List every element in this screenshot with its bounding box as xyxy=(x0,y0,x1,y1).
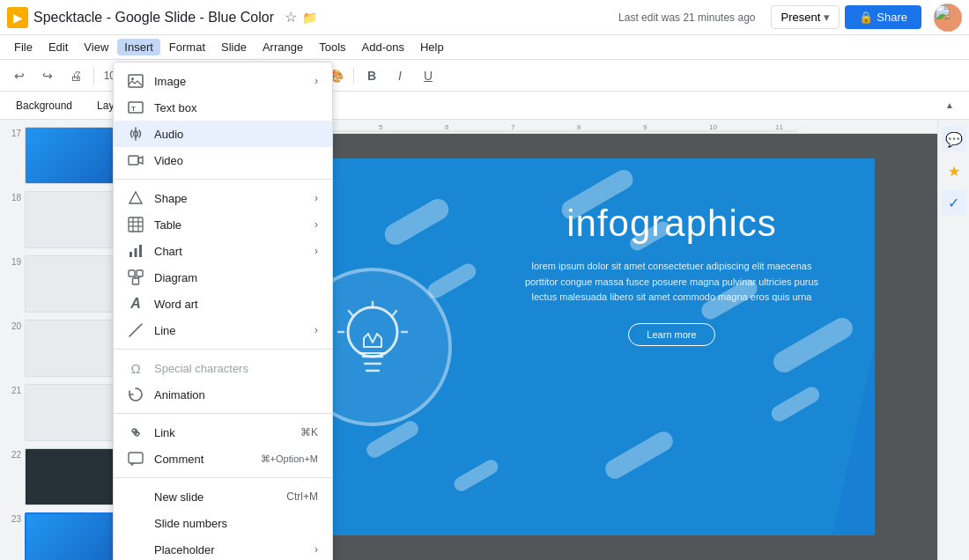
slide-item-18[interactable]: 18 xyxy=(0,188,127,252)
slide-number: 17 xyxy=(5,127,21,138)
menu-view[interactable]: View xyxy=(77,39,115,55)
avatar[interactable] xyxy=(934,4,962,32)
slide-number: 21 xyxy=(5,384,21,395)
italic-button[interactable]: I xyxy=(388,63,412,88)
menu-arrange[interactable]: Arrange xyxy=(255,39,310,55)
slide-number: 18 xyxy=(5,191,21,203)
menu-section-3: Ω Special characters Animation xyxy=(114,353,332,409)
slide-item-21[interactable]: 21 xyxy=(0,380,127,445)
app-icon: ▶ xyxy=(7,7,28,28)
menu-item-image-label: Image xyxy=(154,75,304,88)
menu-insert[interactable]: Insert xyxy=(117,39,160,55)
share-label: Share xyxy=(877,11,907,24)
slide-thumbnail xyxy=(25,255,122,313)
svg-text:7: 7 xyxy=(511,123,515,131)
shape-pill-10 xyxy=(768,384,822,424)
check-icon[interactable]: ✓ xyxy=(942,190,966,215)
menu-item-diagram[interactable]: Diagram xyxy=(114,264,332,291)
newslide-menu-icon xyxy=(128,489,144,505)
share-button[interactable]: 🔒 Share xyxy=(845,5,921,29)
menu-item-link[interactable]: Link ⌘K xyxy=(114,419,332,446)
underline-button[interactable]: U xyxy=(416,63,440,88)
menu-edit[interactable]: Edit xyxy=(41,39,75,55)
menu-divider-2 xyxy=(114,349,332,350)
menu-file[interactable]: File xyxy=(7,39,40,55)
menu-item-slidenumbers[interactable]: Slide numbers xyxy=(114,510,332,536)
slide-title: infographics xyxy=(496,203,848,245)
comment-menu-icon xyxy=(128,451,144,467)
menu-format[interactable]: Format xyxy=(162,39,212,55)
menu-item-newslide[interactable]: New slide Ctrl+M xyxy=(114,483,332,510)
menu-item-line[interactable]: Line › xyxy=(114,317,332,343)
link-menu-icon xyxy=(128,424,144,440)
menu-item-audio-label: Audio xyxy=(154,128,318,141)
menu-item-comment[interactable]: Comment ⌘+Option+M xyxy=(114,446,332,472)
slide-item-20[interactable]: 20 xyxy=(0,316,127,380)
slide-number: 23 xyxy=(5,512,21,524)
menu-item-audio[interactable]: Audio xyxy=(114,121,332,147)
redo-button[interactable]: ↪ xyxy=(35,63,60,88)
slide-item-23[interactable]: 23 xyxy=(0,509,127,560)
slide-thumbnail xyxy=(25,320,122,377)
title-bar: ▶ Specktacle - Google Slide - Blue Color… xyxy=(0,0,969,35)
menu-section-5: New slide Ctrl+M Slide numbers Placehold… xyxy=(114,482,332,560)
menu-item-shape-label: Shape xyxy=(154,192,304,205)
menu-item-placeholder-arrow: › xyxy=(314,543,318,556)
svg-point-24 xyxy=(131,77,134,80)
svg-marker-29 xyxy=(129,192,142,203)
bold-button[interactable]: B xyxy=(359,63,384,88)
menu-item-video[interactable]: Video xyxy=(114,147,332,173)
menu-item-shape[interactable]: Shape › xyxy=(114,185,332,211)
line-menu-icon xyxy=(128,322,144,338)
menu-item-textbox[interactable]: T Text box xyxy=(114,94,332,121)
svg-rect-23 xyxy=(129,75,143,87)
menu-item-wordart[interactable]: A Word art xyxy=(114,291,332,317)
slide-item-17[interactable]: 17 xyxy=(0,123,127,188)
menu-item-table-arrow: › xyxy=(314,218,318,231)
slidenumbers-menu-icon xyxy=(128,515,144,531)
slide-thumbnail xyxy=(25,191,122,248)
menu-item-placeholder-label: Placeholder xyxy=(154,543,304,556)
present-drop-icon[interactable]: ▾ xyxy=(824,11,830,24)
shape-pill-1 xyxy=(381,195,452,249)
slide-item-22[interactable]: 22 xyxy=(0,445,127,509)
menu-item-image[interactable]: Image › xyxy=(114,68,332,94)
slide-body: lorem ipsum dolor sit amet consectetuer … xyxy=(496,259,848,306)
menu-addons[interactable]: Add-ons xyxy=(355,39,411,55)
menu-item-animation[interactable]: Animation xyxy=(114,381,332,408)
menu-divider-4 xyxy=(114,477,332,478)
menu-item-link-label: Link xyxy=(154,426,290,439)
undo-button[interactable]: ↩ xyxy=(7,63,32,88)
slide-content-area: infographics lorem ipsum dolor sit amet … xyxy=(496,203,848,346)
comments-icon[interactable]: 💬 xyxy=(942,127,966,151)
slide-item-19[interactable]: 19 xyxy=(0,252,127,316)
toolbar-sep-4 xyxy=(353,67,354,85)
svg-text:6: 6 xyxy=(445,123,449,131)
menu-item-slidenumbers-label: Slide numbers xyxy=(154,517,318,530)
folder-icon[interactable]: 📁 xyxy=(302,11,317,25)
menu-item-chart-arrow: › xyxy=(314,245,318,257)
svg-line-17 xyxy=(349,311,352,315)
menu-item-newslide-shortcut: Ctrl+M xyxy=(286,490,318,503)
present-button[interactable]: Present ▾ xyxy=(771,5,840,29)
svg-rect-37 xyxy=(139,245,142,257)
svg-text:9: 9 xyxy=(643,123,647,131)
svg-rect-39 xyxy=(137,270,143,276)
print-button[interactable]: 🖨 xyxy=(63,63,88,88)
collapse-toolbar-button[interactable]: ▲ xyxy=(937,93,962,118)
menu-item-chart[interactable]: Chart › xyxy=(114,238,332,264)
menu-slide[interactable]: Slide xyxy=(214,39,254,55)
star-icon[interactable]: ☆ xyxy=(285,9,297,26)
svg-text:5: 5 xyxy=(379,123,383,131)
menu-help[interactable]: Help xyxy=(413,39,451,55)
menu-item-placeholder[interactable]: Placeholder › xyxy=(114,536,332,560)
menu-tools[interactable]: Tools xyxy=(312,39,352,55)
chart-menu-icon xyxy=(128,243,144,259)
menu-item-chart-label: Chart xyxy=(154,245,304,258)
star-panel-icon[interactable]: ★ xyxy=(942,158,966,183)
slide-number: 19 xyxy=(5,255,21,267)
background-button[interactable]: Background xyxy=(7,97,81,114)
menu-item-line-arrow: › xyxy=(314,324,318,336)
learn-more-button[interactable]: Learn more xyxy=(628,323,714,346)
menu-item-table[interactable]: Table › xyxy=(114,211,332,238)
